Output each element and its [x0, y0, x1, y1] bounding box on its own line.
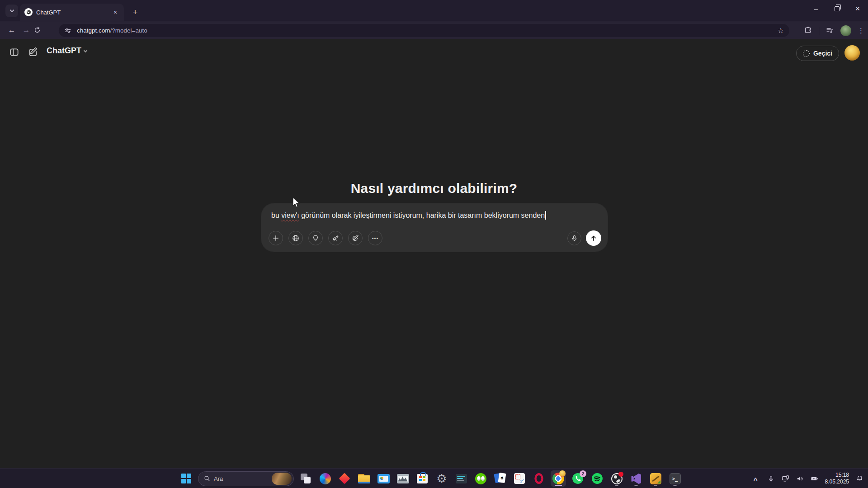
search-icon — [204, 475, 210, 482]
prompt-input[interactable]: bu view'ı görünüm olarak iyileştirmeni i… — [271, 211, 598, 220]
solitaire-cards-icon: ♠ — [494, 473, 506, 484]
window-close-button[interactable]: × — [847, 0, 868, 17]
new-chat-button[interactable] — [26, 45, 40, 59]
temporary-chat-label: Geçici — [813, 50, 832, 57]
url-text: chatgpt.com/?model=auto — [77, 27, 147, 34]
profile-badge — [559, 470, 566, 477]
page-title: Nasıl yardımcı olabilirim? — [0, 181, 868, 196]
tab-close-icon[interactable]: × — [111, 8, 119, 16]
forward-button[interactable]: → — [19, 23, 33, 38]
prompt-text: görünüm olarak iyileştirmeni istiyorum, … — [299, 211, 545, 219]
sidebar-panel-icon — [9, 47, 19, 57]
game-tools-button[interactable] — [648, 470, 663, 487]
start-button[interactable] — [179, 470, 194, 487]
temporary-chat-button[interactable]: Geçici — [796, 46, 839, 61]
copilot-button[interactable] — [317, 470, 333, 487]
plus-icon — [272, 234, 280, 242]
extensions-icon[interactable] — [804, 26, 812, 35]
media-controls-icon[interactable] — [826, 26, 834, 35]
brand-label: ChatGPT — [47, 46, 81, 56]
duolingo-owl-icon — [475, 473, 486, 484]
opera-gx-button[interactable] — [531, 470, 547, 487]
tab-title: ChatGPT — [36, 9, 111, 16]
browser-toolbar: ← → chatgpt.com/?model=auto ☆ ⋮ — [0, 21, 868, 39]
tray-date: 8.05.2025 — [825, 479, 849, 485]
tray-cast-display-icon[interactable] — [782, 475, 789, 483]
whatsapp-icon: 2 — [572, 473, 584, 484]
more-tools-button[interactable]: ••• — [368, 231, 382, 245]
sidebar-toggle-button[interactable] — [7, 45, 21, 59]
task-manager-button[interactable] — [395, 470, 410, 487]
new-tab-button[interactable]: + — [129, 6, 141, 18]
browser-profile-avatar[interactable] — [840, 25, 851, 36]
terminal-button[interactable]: >_ — [667, 470, 683, 487]
deep-research-button[interactable] — [328, 231, 343, 245]
tray-microphone-icon[interactable] — [767, 475, 775, 483]
browser-tab-chatgpt[interactable]: ChatGPT × — [20, 4, 124, 21]
spotify-button[interactable] — [590, 470, 605, 487]
running-indicator — [615, 485, 618, 486]
window-restore-button[interactable] — [826, 0, 847, 17]
opera-gx-icon — [534, 473, 543, 484]
reason-button[interactable] — [308, 231, 323, 245]
browser-menu-icon[interactable]: ⋮ — [858, 27, 864, 35]
obs-icon — [611, 473, 623, 484]
window-controls: – × — [806, 0, 868, 17]
chatgpt-page: ChatGPT Geçici Nasıl yardımcı olabilirim… — [0, 39, 868, 468]
tray-clock[interactable]: 15:18 8.05.2025 — [825, 472, 849, 485]
snipping-tool-button[interactable]: ✂ — [512, 470, 527, 487]
settings-button[interactable]: ⚙ — [434, 470, 449, 487]
tab-search-button[interactable] — [5, 5, 18, 17]
attach-button[interactable] — [269, 231, 283, 245]
text-caret — [545, 211, 546, 220]
game-pass-button[interactable] — [337, 470, 352, 487]
windows-logo-icon — [181, 474, 192, 484]
duolingo-button[interactable] — [473, 470, 488, 487]
visual-studio-button[interactable] — [628, 470, 644, 487]
create-image-button[interactable] — [348, 231, 363, 245]
tray-volume-icon[interactable] — [796, 475, 804, 483]
dictate-button[interactable] — [567, 231, 581, 245]
window-minimize-button[interactable]: – — [806, 0, 826, 17]
account-avatar[interactable] — [844, 45, 860, 61]
whatsapp-button[interactable]: 2 — [570, 470, 585, 487]
tray-time: 15:18 — [825, 472, 849, 479]
search-highlight-image[interactable] — [272, 473, 292, 485]
chrome-icon — [552, 473, 564, 484]
microsoft-store-button[interactable] — [415, 470, 430, 487]
svg-text:z: z — [861, 475, 862, 478]
running-indicator — [635, 485, 638, 486]
notes-app-button[interactable] — [453, 470, 469, 487]
web-search-button[interactable] — [288, 231, 303, 245]
send-button[interactable] — [586, 230, 601, 246]
file-explorer-button[interactable] — [356, 470, 372, 487]
address-bar[interactable]: chatgpt.com/?model=auto ☆ — [59, 24, 789, 37]
toolbar-right: ⋮ — [804, 24, 864, 37]
control-panel-button[interactable] — [376, 470, 391, 487]
chevron-down-icon — [9, 8, 14, 13]
arrow-up-icon — [590, 234, 598, 242]
visual-studio-icon — [631, 473, 642, 484]
obs-alert-dot — [618, 472, 623, 477]
reload-button[interactable] — [33, 23, 48, 38]
site-info-icon[interactable] — [64, 27, 71, 34]
chrome-button[interactable] — [551, 470, 566, 487]
taskbar-search[interactable]: Ara — [198, 471, 294, 486]
model-switcher[interactable]: ChatGPT — [47, 46, 87, 56]
tray-notification-bell-icon[interactable]: z — [856, 475, 863, 483]
prompt-text: bu — [271, 211, 281, 219]
tray-overflow-chevron[interactable]: ^ — [754, 476, 758, 484]
solitaire-button[interactable]: ♠ — [492, 470, 508, 487]
mouse-cursor — [292, 197, 301, 208]
task-view-button[interactable] — [298, 470, 313, 487]
chatgpt-header: ChatGPT Geçici — [0, 39, 868, 64]
prompt-composer[interactable]: bu view'ı görünüm olarak iyileştirmeni i… — [261, 203, 608, 252]
telescope-icon — [331, 234, 340, 242]
back-button[interactable]: ← — [5, 23, 19, 38]
bookmark-star-icon[interactable]: ☆ — [778, 26, 784, 35]
composer-actions — [567, 230, 601, 246]
snipping-tool-icon: ✂ — [514, 473, 525, 484]
task-manager-icon — [397, 474, 409, 483]
tray-battery-icon[interactable] — [811, 475, 818, 483]
obs-studio-button[interactable] — [609, 470, 624, 487]
